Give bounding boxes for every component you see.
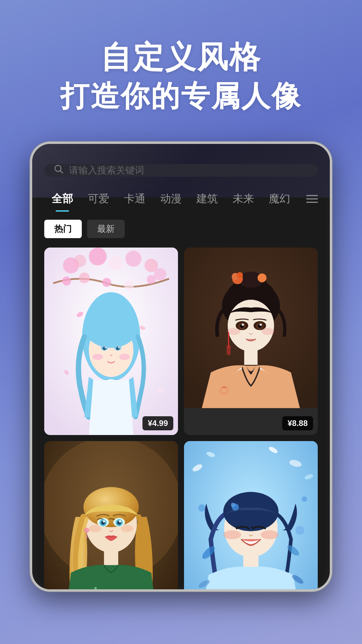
svg-point-72 <box>103 520 105 523</box>
card-kimono[interactable]: ¥8.88 <box>184 248 318 435</box>
search-bar[interactable]: 请输入搜索关键词 <box>44 164 318 177</box>
svg-point-43 <box>257 273 266 282</box>
svg-point-28 <box>93 354 103 360</box>
svg-point-87 <box>198 504 205 511</box>
svg-point-54 <box>261 328 274 335</box>
category-item-cute[interactable]: 可爱 <box>80 189 117 212</box>
category-item-magic[interactable]: 魔幻 <box>261 189 298 212</box>
svg-point-89 <box>295 526 304 535</box>
svg-point-100 <box>231 502 235 507</box>
svg-point-8 <box>89 248 107 265</box>
svg-point-74 <box>89 525 101 532</box>
svg-line-1 <box>60 171 63 173</box>
svg-point-42 <box>237 272 243 278</box>
svg-point-16 <box>102 278 111 287</box>
svg-point-17 <box>124 280 134 290</box>
svg-rect-77 <box>104 550 118 567</box>
sort-tab-new[interactable]: 最新 <box>87 220 125 238</box>
svg-point-7 <box>74 255 86 267</box>
category-item-cartoon[interactable]: 卡通 <box>117 189 153 212</box>
svg-point-9 <box>109 256 123 270</box>
svg-point-88 <box>302 496 307 501</box>
phone-mockup: 请输入搜索关键词 全部 可爱 卡通 动漫 建筑 未来 魔幻 热门 最新 <box>30 142 332 591</box>
svg-point-27 <box>118 347 119 348</box>
svg-point-73 <box>119 520 121 523</box>
image-grid: ¥4.99 <box>32 248 330 591</box>
card-blonde[interactable]: ¥6.88 <box>44 441 178 591</box>
svg-point-29 <box>119 354 130 360</box>
card-blue-fantasy[interactable] <box>184 441 318 591</box>
svg-point-51 <box>242 324 244 326</box>
svg-point-78 <box>94 587 97 589</box>
hero-title-line2: 打造你的专属人像 <box>60 77 302 115</box>
price-badge-card2: ¥8.88 <box>282 416 313 430</box>
svg-point-92 <box>223 530 241 539</box>
category-item-all[interactable]: 全部 <box>44 189 80 212</box>
svg-point-75 <box>121 525 133 532</box>
svg-point-18 <box>147 275 156 284</box>
category-item-anime[interactable]: 动漫 <box>153 189 189 212</box>
svg-point-52 <box>259 324 262 326</box>
svg-point-10 <box>125 251 141 267</box>
svg-point-21 <box>83 303 139 348</box>
sort-tab-hot[interactable]: 热门 <box>44 220 82 238</box>
svg-point-93 <box>261 530 279 539</box>
svg-rect-59 <box>244 349 258 365</box>
svg-point-61 <box>222 388 227 393</box>
hero-title-line1: 自定义风格 <box>60 40 302 74</box>
svg-point-15 <box>79 272 90 283</box>
svg-point-76 <box>84 528 89 533</box>
svg-point-44 <box>228 300 274 352</box>
search-placeholder-text: 请输入搜索关键词 <box>69 164 144 177</box>
svg-point-14 <box>62 276 71 285</box>
svg-point-13 <box>154 268 166 280</box>
category-tabs: 全部 可爱 卡通 动漫 建筑 未来 魔幻 <box>32 189 330 212</box>
search-icon <box>54 164 64 176</box>
card-cherry-anime[interactable]: ¥4.99 <box>44 248 178 435</box>
sort-tabs: 热门 最新 <box>32 220 330 238</box>
menu-icon[interactable] <box>306 194 318 206</box>
category-item-future[interactable]: 未来 <box>225 189 261 212</box>
price-badge-card1: ¥4.99 <box>142 416 173 430</box>
svg-point-53 <box>228 328 240 335</box>
category-item-arch[interactable]: 建筑 <box>189 189 225 212</box>
svg-point-26 <box>105 347 106 348</box>
